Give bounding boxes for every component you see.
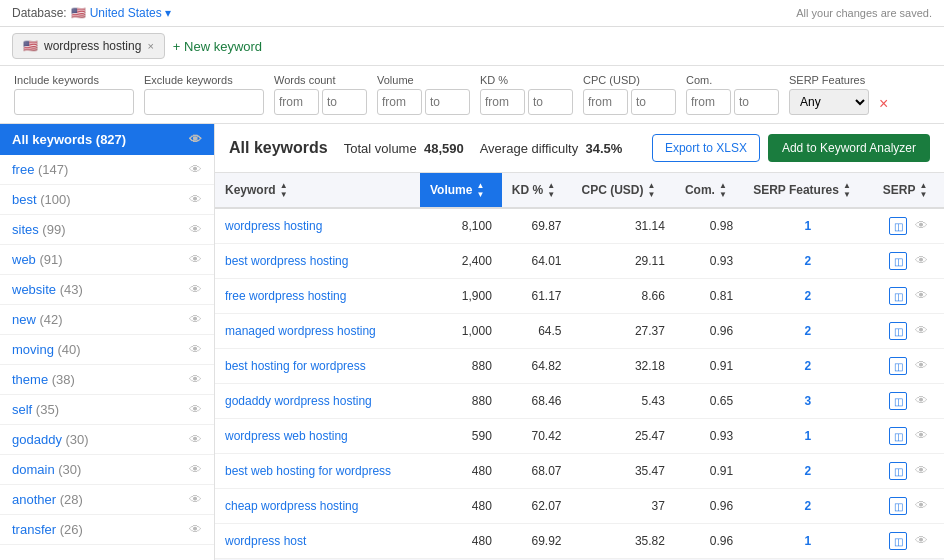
sidebar-item-moving[interactable]: moving (40) 👁: [0, 335, 214, 365]
column-header-cpc[interactable]: CPC (USD) ▲▼: [572, 173, 675, 208]
keyword-link[interactable]: wordpress hosting: [225, 219, 322, 233]
volume-to[interactable]: [425, 89, 470, 115]
serp-features-count[interactable]: 2: [805, 289, 812, 303]
avg-difficulty-info: Average difficulty 34.5%: [480, 141, 623, 156]
row-eye-icon[interactable]: 👁: [915, 428, 928, 443]
sidebar-eye-icon[interactable]: 👁: [189, 462, 202, 477]
export-xlsx-button[interactable]: Export to XLSX: [652, 134, 760, 162]
row-eye-icon[interactable]: 👁: [915, 533, 928, 548]
column-header-serp_features[interactable]: SERP Features ▲▼: [743, 173, 873, 208]
serp-features-count[interactable]: 2: [805, 359, 812, 373]
com-from[interactable]: [686, 89, 731, 115]
com-to[interactable]: [734, 89, 779, 115]
sidebar-item-domain[interactable]: domain (30) 👁: [0, 455, 214, 485]
serp-features-count[interactable]: 3: [805, 394, 812, 408]
serp-icon[interactable]: ◫: [889, 252, 907, 270]
serp-cell: ◫ 👁: [873, 454, 944, 489]
sidebar-eye-icon[interactable]: 👁: [189, 312, 202, 327]
kd-to[interactable]: [528, 89, 573, 115]
sidebar-eye-icon[interactable]: 👁: [189, 342, 202, 357]
serp-features-count[interactable]: 2: [805, 499, 812, 513]
sidebar-item-self[interactable]: self (35) 👁: [0, 395, 214, 425]
serp-features-count[interactable]: 1: [805, 534, 812, 548]
sidebar-item-theme[interactable]: theme (38) 👁: [0, 365, 214, 395]
sidebar-eye-icon[interactable]: 👁: [189, 402, 202, 417]
keyword-link[interactable]: free wordpress hosting: [225, 289, 346, 303]
sidebar-eye-icon[interactable]: 👁: [189, 192, 202, 207]
sidebar-eye-icon[interactable]: 👁: [189, 432, 202, 447]
sidebar-header[interactable]: All keywords (827) 👁: [0, 124, 214, 155]
sidebar-item-new[interactable]: new (42) 👁: [0, 305, 214, 335]
keyword-link[interactable]: godaddy wordpress hosting: [225, 394, 372, 408]
sidebar-eye-icon[interactable]: 👁: [189, 222, 202, 237]
tab-close-button[interactable]: ×: [147, 40, 153, 52]
country-link[interactable]: United States ▾: [90, 6, 171, 20]
serp-icon[interactable]: ◫: [889, 532, 907, 550]
sidebar-item-free[interactable]: free (147) 👁: [0, 155, 214, 185]
words-count-filter: Words count: [274, 74, 367, 115]
serp-icon[interactable]: ◫: [889, 357, 907, 375]
cpc-to[interactable]: [631, 89, 676, 115]
words-count-from[interactable]: [274, 89, 319, 115]
serp-icon[interactable]: ◫: [889, 217, 907, 235]
row-eye-icon[interactable]: 👁: [915, 288, 928, 303]
sidebar-eye-icon[interactable]: 👁: [189, 492, 202, 507]
serp-icon[interactable]: ◫: [889, 497, 907, 515]
serp-features-count[interactable]: 1: [805, 219, 812, 233]
row-eye-icon[interactable]: 👁: [915, 393, 928, 408]
sidebar-eye-icon[interactable]: 👁: [189, 522, 202, 537]
serp-icon[interactable]: ◫: [889, 462, 907, 480]
sidebar-eye-icon[interactable]: 👁: [189, 162, 202, 177]
column-header-keyword[interactable]: Keyword ▲▼: [215, 173, 420, 208]
keyword-link[interactable]: best hosting for wordpress: [225, 359, 366, 373]
sidebar-eye-icon[interactable]: 👁: [189, 132, 202, 147]
sidebar-item-godaddy[interactable]: godaddy (30) 👁: [0, 425, 214, 455]
sidebar-item-sites[interactable]: sites (99) 👁: [0, 215, 214, 245]
row-eye-icon[interactable]: 👁: [915, 218, 928, 233]
keyword-link[interactable]: best web hosting for wordpress: [225, 464, 391, 478]
tab-wordpress-hosting[interactable]: 🇺🇸 wordpress hosting ×: [12, 33, 165, 59]
keyword-link[interactable]: best wordpress hosting: [225, 254, 348, 268]
row-eye-icon[interactable]: 👁: [915, 498, 928, 513]
sidebar-eye-icon[interactable]: 👁: [189, 372, 202, 387]
clear-filters-button[interactable]: ×: [879, 95, 888, 113]
new-keyword-button[interactable]: + New keyword: [173, 39, 262, 54]
sidebar-item-another[interactable]: another (28) 👁: [0, 485, 214, 515]
sidebar-eye-icon[interactable]: 👁: [189, 282, 202, 297]
serp-icon[interactable]: ◫: [889, 392, 907, 410]
serp-features-count[interactable]: 2: [805, 324, 812, 338]
keyword-link[interactable]: managed wordpress hosting: [225, 324, 376, 338]
sidebar-item-count: (147): [38, 162, 68, 177]
cpc-from[interactable]: [583, 89, 628, 115]
exclude-keywords-input[interactable]: [144, 89, 264, 115]
row-eye-icon[interactable]: 👁: [915, 463, 928, 478]
sidebar-item-best[interactable]: best (100) 👁: [0, 185, 214, 215]
serp-icon[interactable]: ◫: [889, 322, 907, 340]
include-keywords-input[interactable]: [14, 89, 134, 115]
row-eye-icon[interactable]: 👁: [915, 358, 928, 373]
serp-icon[interactable]: ◫: [889, 427, 907, 445]
row-eye-icon[interactable]: 👁: [915, 253, 928, 268]
column-header-kd[interactable]: KD % ▲▼: [502, 173, 572, 208]
add-to-analyzer-button[interactable]: Add to Keyword Analyzer: [768, 134, 930, 162]
serp-features-select[interactable]: Any: [789, 89, 869, 115]
table-row: best hosting for wordpress 880 64.82 32.…: [215, 349, 944, 384]
serp-features-count[interactable]: 1: [805, 429, 812, 443]
volume-from[interactable]: [377, 89, 422, 115]
kd-from[interactable]: [480, 89, 525, 115]
column-header-com[interactable]: Com. ▲▼: [675, 173, 743, 208]
keyword-link[interactable]: cheap wordpress hosting: [225, 499, 358, 513]
serp-icon[interactable]: ◫: [889, 287, 907, 305]
sidebar-item-web[interactable]: web (91) 👁: [0, 245, 214, 275]
serp-features-count[interactable]: 2: [805, 254, 812, 268]
keyword-link[interactable]: wordpress host: [225, 534, 306, 548]
column-header-volume[interactable]: Volume ▲▼: [420, 173, 502, 208]
words-count-to[interactable]: [322, 89, 367, 115]
row-eye-icon[interactable]: 👁: [915, 323, 928, 338]
keyword-link[interactable]: wordpress web hosting: [225, 429, 348, 443]
serp-features-count[interactable]: 2: [805, 464, 812, 478]
sidebar-item-website[interactable]: website (43) 👁: [0, 275, 214, 305]
sidebar-eye-icon[interactable]: 👁: [189, 252, 202, 267]
sidebar-item-transfer[interactable]: transfer (26) 👁: [0, 515, 214, 545]
column-header-serp[interactable]: SERP ▲▼: [873, 173, 944, 208]
